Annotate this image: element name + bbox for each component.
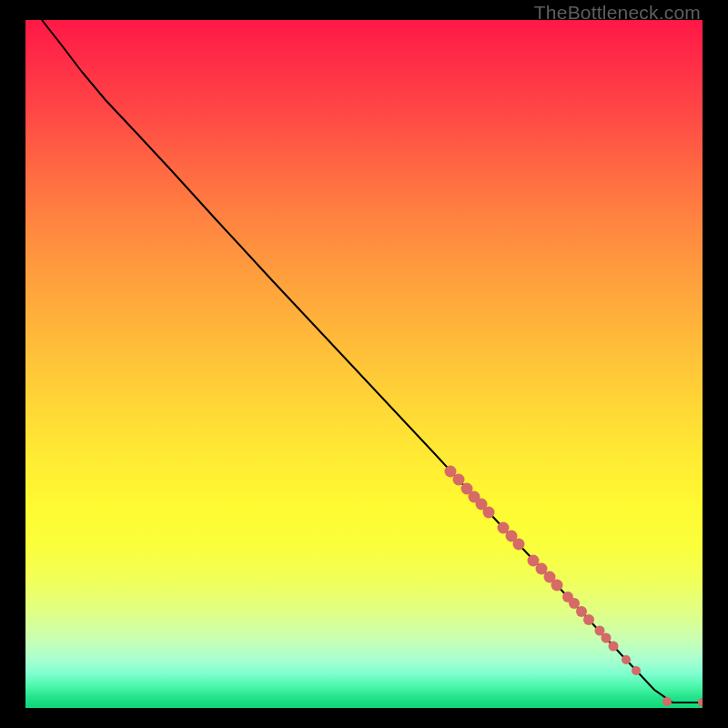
chart-marker — [569, 598, 580, 609]
chart-frame — [25, 20, 703, 708]
chart-marker — [622, 655, 631, 664]
chart-curve — [42, 20, 703, 703]
chart-marker — [483, 507, 495, 519]
chart-marker — [602, 633, 612, 643]
chart-marker — [583, 614, 594, 625]
chart-marker — [609, 642, 619, 652]
chart-marker — [632, 666, 641, 675]
chart-marker — [453, 474, 465, 486]
chart-marker — [551, 580, 563, 592]
chart-markers — [445, 466, 703, 708]
chart-marker — [662, 697, 672, 706]
chart-marker — [513, 539, 525, 551]
chart-marker — [698, 698, 703, 707]
chart-plot — [25, 20, 703, 708]
chart-marker — [576, 606, 587, 617]
